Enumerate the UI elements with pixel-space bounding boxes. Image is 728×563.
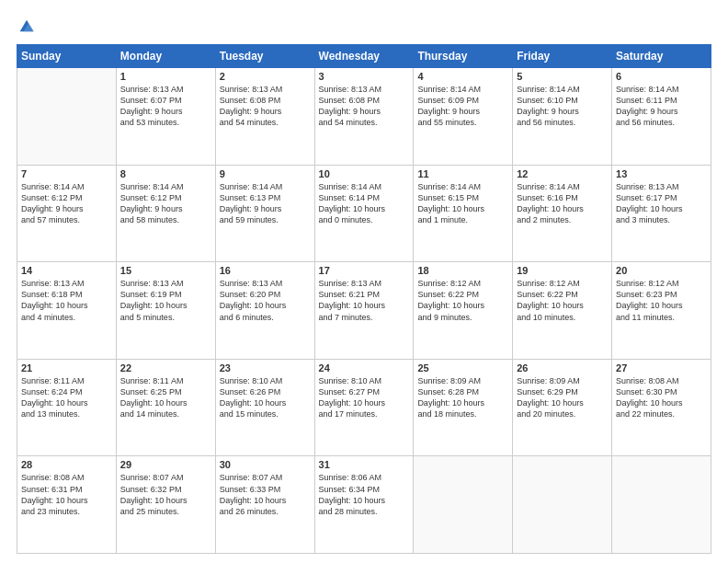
calendar-cell: 12Sunrise: 8:14 AMSunset: 6:16 PMDayligh… [513,165,612,262]
calendar-cell: 14Sunrise: 8:13 AMSunset: 6:18 PMDayligh… [17,262,117,360]
day-number: 4 [417,71,508,82]
day-number: 24 [319,362,410,373]
header [17,17,711,37]
day-of-week-header: Sunday [17,45,117,68]
calendar-cell: 9Sunrise: 8:14 AMSunset: 6:13 PMDaylight… [215,165,314,262]
calendar-cell: 3Sunrise: 8:13 AMSunset: 6:08 PMDaylight… [314,68,414,166]
calendar-cell: 27Sunrise: 8:08 AMSunset: 6:30 PMDayligh… [612,359,711,456]
calendar-cell: 8Sunrise: 8:14 AMSunset: 6:12 PMDaylight… [116,165,215,262]
day-number: 12 [517,168,608,179]
calendar-week-row: 21Sunrise: 8:11 AMSunset: 6:24 PMDayligh… [17,359,711,456]
day-info: Sunrise: 8:13 AMSunset: 6:08 PMDaylight:… [220,84,311,129]
day-number: 25 [417,362,508,373]
day-number: 17 [319,265,410,276]
day-info: Sunrise: 8:12 AMSunset: 6:22 PMDaylight:… [517,278,608,323]
day-info: Sunrise: 8:12 AMSunset: 6:23 PMDaylight:… [616,278,707,323]
calendar-body: 1Sunrise: 8:13 AMSunset: 6:07 PMDaylight… [17,68,711,554]
day-number: 26 [517,362,608,373]
calendar-cell: 21Sunrise: 8:11 AMSunset: 6:24 PMDayligh… [17,359,117,456]
day-info: Sunrise: 8:09 AMSunset: 6:29 PMDaylight:… [517,375,608,420]
day-info: Sunrise: 8:13 AMSunset: 6:07 PMDaylight:… [120,84,211,129]
calendar-cell: 25Sunrise: 8:09 AMSunset: 6:28 PMDayligh… [414,359,513,456]
day-info: Sunrise: 8:13 AMSunset: 6:08 PMDaylight:… [319,84,410,129]
calendar-cell: 10Sunrise: 8:14 AMSunset: 6:14 PMDayligh… [314,165,414,262]
day-info: Sunrise: 8:14 AMSunset: 6:15 PMDaylight:… [417,181,508,226]
day-info: Sunrise: 8:09 AMSunset: 6:28 PMDaylight:… [417,375,508,420]
day-number: 6 [616,71,707,82]
day-number: 21 [21,362,112,373]
day-info: Sunrise: 8:08 AMSunset: 6:30 PMDaylight:… [616,375,707,420]
day-of-week-header: Thursday [414,45,513,68]
calendar-week-row: 7Sunrise: 8:14 AMSunset: 6:12 PMDaylight… [17,165,711,262]
day-info: Sunrise: 8:13 AMSunset: 6:20 PMDaylight:… [220,278,311,323]
calendar-cell [513,456,612,554]
day-number: 15 [120,265,211,276]
day-info: Sunrise: 8:06 AMSunset: 6:34 PMDaylight:… [319,472,410,517]
calendar-cell: 5Sunrise: 8:14 AMSunset: 6:10 PMDaylight… [513,68,612,166]
day-number: 27 [616,362,707,373]
calendar-cell [17,68,117,166]
calendar-cell: 26Sunrise: 8:09 AMSunset: 6:29 PMDayligh… [513,359,612,456]
day-info: Sunrise: 8:07 AMSunset: 6:32 PMDaylight:… [120,472,211,517]
day-info: Sunrise: 8:14 AMSunset: 6:16 PMDaylight:… [517,181,608,226]
calendar-cell: 20Sunrise: 8:12 AMSunset: 6:23 PMDayligh… [612,262,711,360]
calendar-cell: 1Sunrise: 8:13 AMSunset: 6:07 PMDaylight… [116,68,215,166]
day-number: 22 [120,362,211,373]
calendar-cell: 18Sunrise: 8:12 AMSunset: 6:22 PMDayligh… [414,262,513,360]
day-number: 13 [616,168,707,179]
day-info: Sunrise: 8:08 AMSunset: 6:31 PMDaylight:… [21,472,112,517]
day-number: 18 [417,265,508,276]
calendar-cell: 15Sunrise: 8:13 AMSunset: 6:19 PMDayligh… [116,262,215,360]
calendar-cell: 11Sunrise: 8:14 AMSunset: 6:15 PMDayligh… [414,165,513,262]
day-number: 30 [220,459,311,470]
calendar-cell: 23Sunrise: 8:10 AMSunset: 6:26 PMDayligh… [215,359,314,456]
day-number: 16 [220,265,311,276]
day-number: 11 [417,168,508,179]
logo [17,17,40,37]
day-info: Sunrise: 8:14 AMSunset: 6:13 PMDaylight:… [220,181,311,226]
calendar-cell: 29Sunrise: 8:07 AMSunset: 6:32 PMDayligh… [116,456,215,554]
day-number: 14 [21,265,112,276]
day-number: 9 [220,168,311,179]
calendar-cell [612,456,711,554]
day-number: 10 [319,168,410,179]
logo-icon [17,17,37,37]
day-number: 31 [319,459,410,470]
calendar-cell: 13Sunrise: 8:13 AMSunset: 6:17 PMDayligh… [612,165,711,262]
day-number: 8 [120,168,211,179]
day-number: 2 [220,71,311,82]
calendar-cell: 6Sunrise: 8:14 AMSunset: 6:11 PMDaylight… [612,68,711,166]
day-info: Sunrise: 8:11 AMSunset: 6:24 PMDaylight:… [21,375,112,420]
day-number: 5 [517,71,608,82]
day-info: Sunrise: 8:14 AMSunset: 6:14 PMDaylight:… [319,181,410,226]
calendar-cell: 4Sunrise: 8:14 AMSunset: 6:09 PMDaylight… [414,68,513,166]
day-info: Sunrise: 8:14 AMSunset: 6:11 PMDaylight:… [616,84,707,129]
day-info: Sunrise: 8:11 AMSunset: 6:25 PMDaylight:… [120,375,211,420]
day-info: Sunrise: 8:07 AMSunset: 6:33 PMDaylight:… [220,472,311,517]
day-number: 20 [616,265,707,276]
calendar-week-row: 1Sunrise: 8:13 AMSunset: 6:07 PMDaylight… [17,68,711,166]
calendar-week-row: 28Sunrise: 8:08 AMSunset: 6:31 PMDayligh… [17,456,711,554]
day-of-week-header: Saturday [612,45,711,68]
day-number: 3 [319,71,410,82]
calendar-page: SundayMondayTuesdayWednesdayThursdayFrid… [0,0,728,563]
day-of-week-header: Monday [116,45,215,68]
day-number: 7 [21,168,112,179]
day-info: Sunrise: 8:13 AMSunset: 6:21 PMDaylight:… [319,278,410,323]
day-number: 23 [220,362,311,373]
calendar-cell: 28Sunrise: 8:08 AMSunset: 6:31 PMDayligh… [17,456,117,554]
day-number: 1 [120,71,211,82]
day-of-week-header: Wednesday [314,45,414,68]
calendar-cell: 19Sunrise: 8:12 AMSunset: 6:22 PMDayligh… [513,262,612,360]
calendar-cell [414,456,513,554]
day-info: Sunrise: 8:10 AMSunset: 6:26 PMDaylight:… [220,375,311,420]
calendar-cell: 7Sunrise: 8:14 AMSunset: 6:12 PMDaylight… [17,165,117,262]
calendar-table: SundayMondayTuesdayWednesdayThursdayFrid… [17,44,711,554]
calendar-cell: 30Sunrise: 8:07 AMSunset: 6:33 PMDayligh… [215,456,314,554]
day-info: Sunrise: 8:14 AMSunset: 6:12 PMDaylight:… [120,181,211,226]
calendar-cell: 2Sunrise: 8:13 AMSunset: 6:08 PMDaylight… [215,68,314,166]
day-info: Sunrise: 8:13 AMSunset: 6:19 PMDaylight:… [120,278,211,323]
day-info: Sunrise: 8:12 AMSunset: 6:22 PMDaylight:… [417,278,508,323]
day-of-week-header: Tuesday [215,45,314,68]
day-info: Sunrise: 8:13 AMSunset: 6:17 PMDaylight:… [616,181,707,226]
